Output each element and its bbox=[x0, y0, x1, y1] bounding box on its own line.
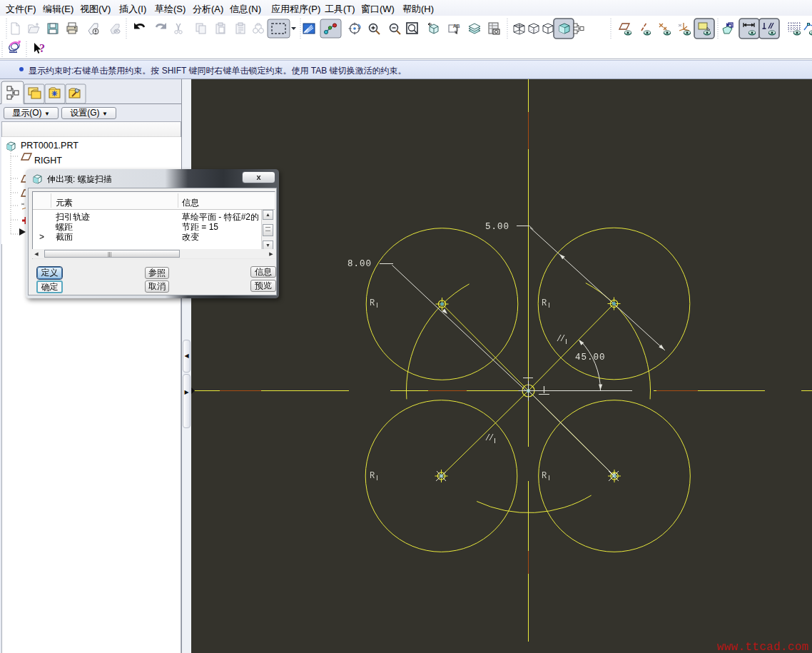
svg-text:5.00: 5.00 bbox=[485, 222, 509, 232]
svg-text:45.00: 45.00 bbox=[575, 353, 606, 363]
svg-text:www.ttcad.com: www.ttcad.com bbox=[717, 641, 809, 653]
svg-text:R: R bbox=[370, 471, 375, 481]
svg-text:?: ? bbox=[39, 42, 45, 54]
svg-text:RIGHT: RIGHT bbox=[34, 156, 62, 166]
svg-text:R: R bbox=[370, 298, 375, 308]
svg-text:PRT0001.PRT: PRT0001.PRT bbox=[21, 141, 78, 151]
svg-text:8.00: 8.00 bbox=[347, 259, 372, 269]
svg-text:AB: AB bbox=[453, 24, 460, 29]
svg-text:R: R bbox=[542, 471, 547, 481]
svg-text:R: R bbox=[542, 298, 547, 308]
